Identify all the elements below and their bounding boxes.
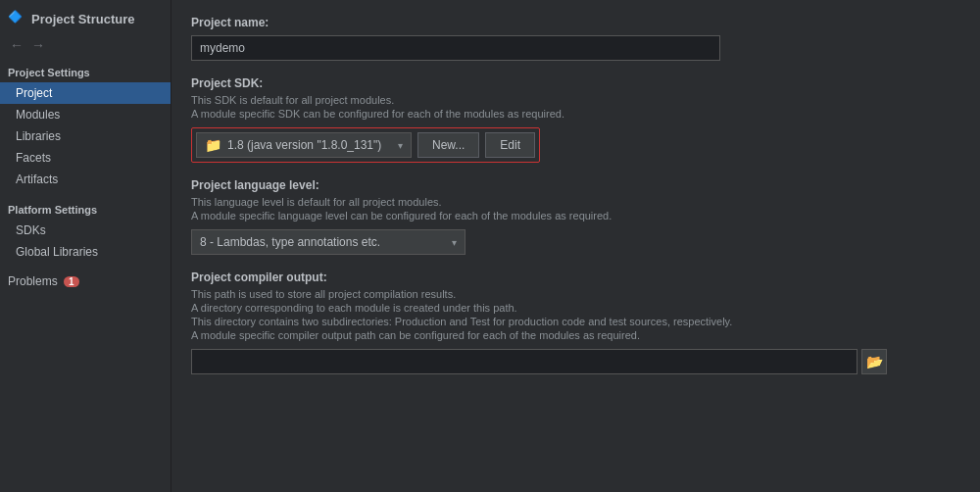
sidebar-item-project[interactable]: Project xyxy=(0,82,171,104)
project-name-input[interactable] xyxy=(191,35,720,61)
compiler-desc1: This path is used to store all project c… xyxy=(191,288,960,300)
output-path-input[interactable] xyxy=(191,349,858,374)
window-title: Project Structure xyxy=(31,12,134,26)
compiler-desc3: This directory contains two subdirectori… xyxy=(191,316,960,327)
project-settings-label: Project Settings xyxy=(0,61,171,82)
sidebar-item-facets[interactable]: Facets xyxy=(0,147,171,169)
sdk-title: Project SDK: xyxy=(191,76,960,90)
language-desc2: A module specific language level can be … xyxy=(191,210,960,221)
problems-badge: 1 xyxy=(64,276,79,287)
sdk-row: 📁 1.8 (java version "1.8.0_131") ▾ New..… xyxy=(191,127,540,163)
sidebar-item-artifacts[interactable]: Artifacts xyxy=(0,169,171,190)
sidebar-header: 🔷 Project Structure xyxy=(0,4,171,35)
sidebar: 🔷 Project Structure ← → Project Settings… xyxy=(0,0,172,492)
project-name-label: Project name: xyxy=(191,16,960,29)
folder-browse-button[interactable]: 📂 xyxy=(861,349,887,374)
output-path-row: 📂 xyxy=(191,349,960,374)
sdk-value: 1.8 (java version "1.8.0_131") xyxy=(227,138,381,152)
language-dropdown-arrow: ▾ xyxy=(452,237,457,248)
sdk-desc2: A module specific SDK can be configured … xyxy=(191,108,960,120)
problems-row[interactable]: Problems 1 xyxy=(0,271,171,292)
sdk-section: Project SDK: This SDK is default for all… xyxy=(191,76,960,163)
sidebar-item-global-libraries[interactable]: Global Libraries xyxy=(0,241,171,263)
sdk-folder-icon: 📁 xyxy=(205,137,221,153)
sidebar-item-sdks[interactable]: SDKs xyxy=(0,220,171,241)
main-content: Project name: Project SDK: This SDK is d… xyxy=(172,0,980,492)
language-section: Project language level: This language le… xyxy=(191,178,960,255)
back-arrow[interactable]: ← xyxy=(8,37,25,53)
nav-arrows: ← → xyxy=(0,35,171,61)
language-dropdown[interactable]: 8 - Lambdas, type annotations etc. ▾ xyxy=(191,229,466,255)
language-level-title: Project language level: xyxy=(191,178,960,192)
sdk-desc1: This SDK is default for all project modu… xyxy=(191,94,960,106)
compiler-section: Project compiler output: This path is us… xyxy=(191,271,960,374)
language-desc1: This language level is default for all p… xyxy=(191,196,960,208)
project-name-group: Project name: xyxy=(191,16,960,61)
compiler-desc2: A directory corresponding to each module… xyxy=(191,302,960,314)
sdk-edit-button[interactable]: Edit xyxy=(485,132,535,158)
sidebar-item-libraries[interactable]: Libraries xyxy=(0,125,171,147)
platform-settings-label: Platform Settings xyxy=(0,198,171,220)
sdk-dropdown-arrow: ▾ xyxy=(398,140,403,151)
problems-label: Problems xyxy=(8,274,58,288)
compiler-desc4: A module specific compiler output path c… xyxy=(191,329,960,341)
sidebar-item-modules[interactable]: Modules xyxy=(0,104,171,125)
sdk-new-button[interactable]: New... xyxy=(417,132,479,158)
sdk-dropdown[interactable]: 📁 1.8 (java version "1.8.0_131") ▾ xyxy=(196,132,412,158)
folder-icon: 📂 xyxy=(866,354,883,369)
language-value: 8 - Lambdas, type annotations etc. xyxy=(200,235,380,249)
app-logo: 🔷 xyxy=(8,10,25,27)
forward-arrow[interactable]: → xyxy=(29,37,47,53)
compiler-output-title: Project compiler output: xyxy=(191,271,960,284)
